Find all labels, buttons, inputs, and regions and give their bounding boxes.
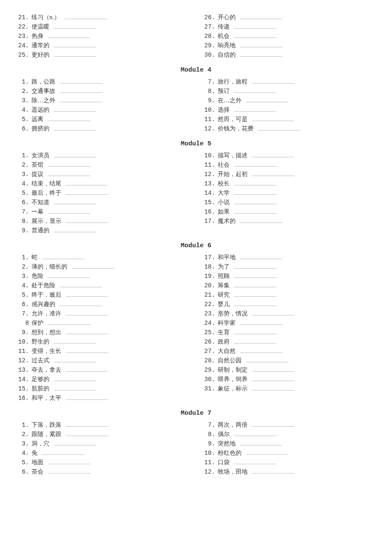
answer-blank[interactable] — [234, 291, 277, 297]
vocab-item[interactable]: 7.旅行，旅程 — [203, 77, 375, 87]
answer-blank[interactable] — [54, 42, 96, 47]
vocab-item[interactable]: 26.开心的 — [203, 13, 375, 22]
answer-blank[interactable] — [60, 87, 102, 93]
answer-blank[interactable] — [48, 272, 90, 278]
answer-blank[interactable] — [48, 171, 90, 176]
vocab-item[interactable]: 16.和平，太平 — [17, 393, 189, 403]
vocab-item[interactable]: 2.跟随，紧跟 — [17, 430, 189, 439]
vocab-item[interactable]: 29.响亮地 — [203, 41, 375, 50]
vocab-item[interactable]: 30.自信的 — [203, 50, 375, 60]
vocab-item[interactable]: 11.社会 — [203, 160, 375, 170]
answer-blank[interactable] — [48, 32, 90, 38]
answer-blank[interactable] — [246, 357, 288, 362]
vocab-item[interactable]: 28.自然公园 — [203, 356, 375, 365]
vocab-item[interactable]: 24.科学家 — [203, 318, 375, 328]
vocab-item[interactable]: 11.然而，可是 — [203, 115, 375, 124]
answer-blank[interactable] — [66, 180, 108, 185]
vocab-item[interactable]: 15.肮脏的 — [17, 384, 189, 393]
vocab-item[interactable]: 5.终于，最后 — [17, 290, 189, 300]
vocab-item[interactable]: 10.选择 — [203, 105, 375, 115]
answer-blank[interactable] — [66, 421, 108, 427]
answer-blank[interactable] — [54, 23, 96, 29]
answer-blank[interactable] — [66, 189, 108, 195]
vocab-item[interactable]: 4.兔 — [17, 448, 189, 458]
answer-blank[interactable] — [252, 421, 294, 427]
answer-blank[interactable] — [234, 189, 277, 195]
answer-blank[interactable] — [252, 171, 294, 176]
vocab-item[interactable]: 27.传递 — [203, 22, 375, 32]
vocab-item[interactable]: 13.夺去，拿去 — [17, 365, 189, 375]
answer-blank[interactable] — [234, 199, 277, 204]
vocab-item[interactable]: 19.照顾 — [203, 272, 375, 281]
vocab-item[interactable]: 1.路，公路 — [17, 77, 189, 87]
vocab-item[interactable]: 8.预订 — [203, 87, 375, 96]
vocab-item[interactable]: 7.允许，准许 — [17, 309, 189, 318]
answer-blank[interactable] — [54, 338, 96, 344]
answer-blank[interactable] — [66, 347, 108, 353]
answer-blank[interactable] — [48, 116, 90, 121]
vocab-item[interactable]: 15.小说 — [203, 198, 375, 207]
answer-blank[interactable] — [252, 116, 294, 121]
answer-blank[interactable] — [48, 319, 90, 325]
answer-blank[interactable] — [252, 152, 294, 157]
vocab-item[interactable]: 23.形势，情况 — [203, 309, 375, 318]
vocab-item[interactable]: 8.展示，显示 — [17, 217, 189, 226]
vocab-item[interactable]: 4.遥远的 — [17, 105, 189, 115]
answer-blank[interactable] — [252, 376, 294, 381]
vocab-item[interactable]: 1.女演员 — [17, 151, 189, 160]
vocab-item[interactable]: 13.校长 — [203, 179, 375, 188]
answer-blank[interactable] — [234, 32, 277, 38]
vocab-item[interactable]: 12.过去式 — [17, 356, 189, 365]
vocab-item[interactable]: 3.提议 — [17, 170, 189, 179]
vocab-item[interactable]: 6.不知道 — [17, 198, 189, 207]
answer-blank[interactable] — [234, 329, 277, 334]
answer-blank[interactable] — [234, 272, 277, 278]
answer-blank[interactable] — [48, 468, 90, 474]
vocab-item[interactable]: 17.和平地 — [203, 253, 375, 262]
answer-blank[interactable] — [240, 42, 282, 47]
answer-blank[interactable] — [66, 366, 108, 372]
answer-blank[interactable] — [48, 459, 90, 464]
vocab-item[interactable]: 12.开始，起初 — [203, 170, 375, 179]
answer-blank[interactable] — [246, 449, 288, 455]
answer-blank[interactable] — [54, 152, 96, 157]
vocab-item[interactable]: 10.粉红色的 — [203, 448, 375, 458]
answer-blank[interactable] — [240, 440, 282, 445]
answer-blank[interactable] — [246, 97, 288, 102]
vocab-item[interactable]: 6.感兴趣的 — [17, 300, 189, 309]
vocab-item[interactable]: 5.最后，终于 — [17, 188, 189, 198]
answer-blank[interactable] — [234, 161, 277, 167]
vocab-item[interactable]: 2.薄的，细长的 — [17, 262, 189, 272]
answer-blank[interactable] — [234, 23, 277, 29]
vocab-item[interactable]: 12.牧场，田地 — [203, 467, 375, 477]
answer-blank[interactable] — [42, 449, 84, 455]
vocab-item[interactable]: 4.处于危险 — [17, 281, 189, 290]
vocab-item[interactable]: 25.更好的 — [17, 50, 189, 60]
vocab-item[interactable]: 7.一幕 — [17, 207, 189, 217]
vocab-item[interactable]: 3.除…之外 — [17, 96, 189, 105]
answer-blank[interactable] — [66, 394, 108, 400]
answer-blank[interactable] — [60, 282, 102, 287]
answer-blank[interactable] — [240, 14, 282, 19]
vocab-item[interactable]: 29.研制，制定 — [203, 365, 375, 375]
vocab-item[interactable]: 11.口袋 — [203, 458, 375, 467]
vocab-item[interactable]: 20.筹集 — [203, 281, 375, 290]
answer-blank[interactable] — [240, 254, 282, 259]
vocab-item[interactable]: 2.交通事故 — [17, 87, 189, 96]
vocab-item[interactable]: 5.地面 — [17, 458, 189, 467]
answer-blank[interactable] — [66, 431, 108, 436]
answer-blank[interactable] — [54, 376, 96, 381]
vocab-item[interactable]: 9.想到，想出 — [17, 328, 189, 337]
answer-blank[interactable] — [240, 347, 282, 353]
vocab-item[interactable]: 3.危险 — [17, 272, 189, 281]
answer-blank[interactable] — [66, 217, 108, 223]
answer-blank[interactable] — [66, 310, 108, 315]
vocab-item[interactable]: 26.政府 — [203, 337, 375, 347]
vocab-item[interactable]: 25.生育 — [203, 328, 375, 337]
answer-blank[interactable] — [234, 338, 277, 344]
answer-blank[interactable] — [54, 199, 96, 204]
answer-blank[interactable] — [66, 329, 108, 334]
vocab-item[interactable]: 12.价钱为，花费 — [203, 124, 375, 133]
answer-blank[interactable] — [240, 319, 282, 325]
vocab-item[interactable]: 3.洞，穴 — [17, 439, 189, 448]
